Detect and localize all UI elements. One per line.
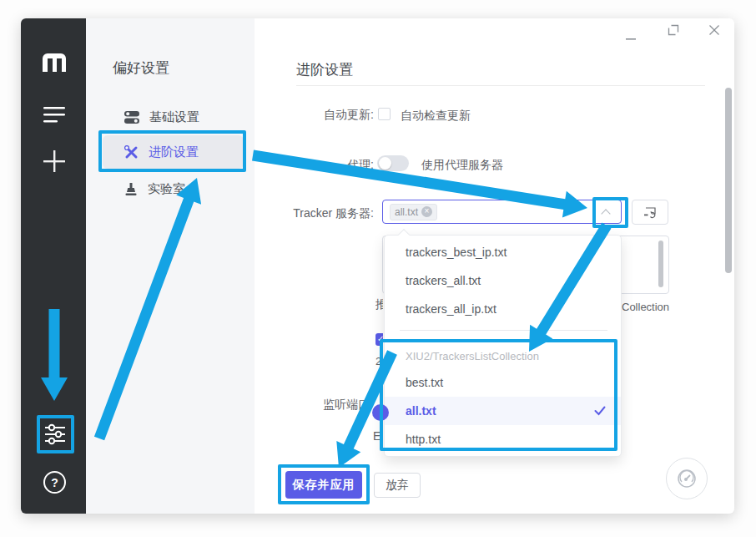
tracker-select[interactable]: all.txt × [382,200,622,224]
tools-icon [124,145,139,160]
helper-text-fragment-1: 推 [375,297,383,312]
sync-icon [643,205,658,219]
auto-update-checkbox[interactable] [378,108,391,120]
preferences-icon[interactable] [43,423,67,446]
sidebar-item-basic-settings[interactable]: 基础设置 [103,100,244,134]
task-list-icon[interactable] [43,105,66,124]
preferences-nav-panel [86,18,255,514]
selected-tag: all.txt × [390,204,437,220]
sidebar-item-advanced-settings[interactable]: 进阶设置 [103,135,244,169]
selected-check-icon [594,404,606,419]
auto-update-checkbox-label[interactable]: 自动检查更新 [401,109,471,124]
speed-limit-button[interactable] [666,458,708,499]
motrix-logo-icon[interactable] [40,50,68,73]
text-fragment-number: 2 [375,355,384,368]
minimize-button[interactable] [625,29,637,44]
nav-title: 偏好设置 [113,58,169,78]
lab-icon [124,182,138,196]
nav-item-label: 基础设置 [149,109,199,125]
helper-text-fragment-2: 〈 [375,311,382,325]
chevron-up-icon[interactable] [601,209,610,218]
sidebar-item-lab[interactable]: 实验室 [103,172,244,205]
dropdown-item[interactable]: best.txt [385,368,621,397]
nav-item-label: 实验室 [148,181,185,197]
add-task-icon[interactable] [42,149,67,174]
dropdown-item[interactable]: trackers_all.txt [385,266,621,295]
port-control-fragment [372,404,389,421]
text-fragment-letter: E [373,429,381,443]
dropdown-divider [400,330,607,331]
dropdown-item[interactable]: trackers_best_ip.txt [385,238,621,266]
nav-item-label: 进阶设置 [149,144,199,160]
maximize-button[interactable] [668,24,679,39]
discard-button[interactable]: 放弃 [374,473,421,498]
sync-trackers-button[interactable] [632,200,668,225]
toggle-knob [379,157,391,170]
proxy-toggle-label: 使用代理服务器 [421,158,503,173]
screen: ? 偏好设置 基础设置 进阶设置 实验室 进阶设置 自动更新: 自 [0,0,756,537]
page-title: 进阶设置 [296,60,353,79]
checked-checkbox-fragment: ✓ [375,333,383,346]
tag-label: all.txt [395,206,418,218]
tracker-dropdown: trackers_best_ip.txt trackers_all.txt tr… [384,235,622,457]
auto-update-label: 自动更新: [267,108,374,123]
help-icon[interactable]: ? [43,471,66,494]
dropdown-item-selected[interactable]: all.txt [385,397,621,425]
dropdown-group-label: XIU2/TrackersListCollection [406,347,539,367]
toggles-icon [124,110,139,124]
listen-port-label: 监听端口 [267,398,370,413]
scrollbar-thumb[interactable] [725,88,732,273]
proxy-label: 代理: [267,158,374,173]
title-divider [296,85,705,86]
help-question-mark: ? [43,471,66,494]
proxy-toggle[interactable] [377,155,409,171]
dropdown-item[interactable]: http.txt [385,425,621,453]
tag-close-icon[interactable]: × [421,206,432,217]
tracker-label: Tracker 服务器: [267,206,374,221]
textarea-scrollbar-thumb[interactable] [658,241,663,287]
speedometer-icon [674,466,699,491]
helper-text-tail: Collection [622,301,669,313]
close-button[interactable] [708,24,720,39]
save-apply-button[interactable]: 保存并应用 [285,471,362,499]
dropdown-item[interactable]: trackers_all_ip.txt [385,295,621,323]
